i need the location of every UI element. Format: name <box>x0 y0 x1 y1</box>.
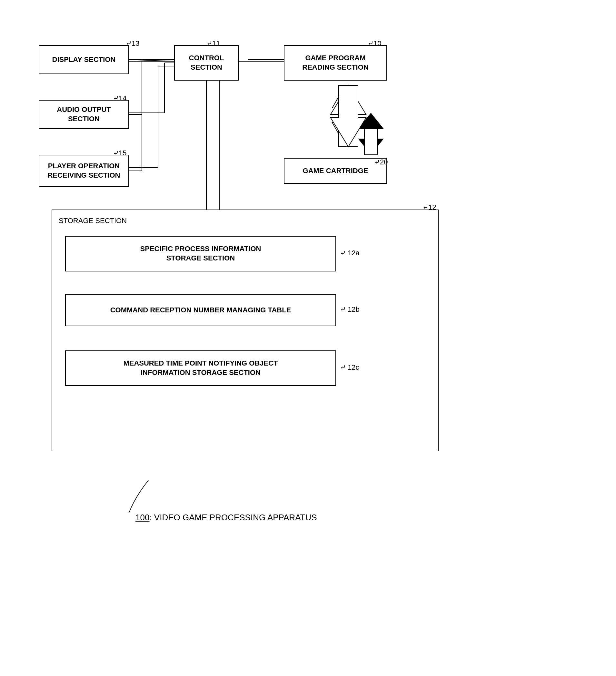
command-reception-ref: ⤶ 12b <box>340 305 360 314</box>
specific-process-label: SPECIFIC PROCESS INFORMATION STORAGE SEC… <box>140 244 261 263</box>
command-reception-label: COMMAND RECEPTION NUMBER MANAGING TABLE <box>110 305 291 315</box>
measured-time-label: MEASURED TIME POINT NOTIFYING OBJECT INF… <box>123 359 278 377</box>
apparatus-arrow <box>116 477 181 516</box>
measured-time-ref: ⤶ 12c <box>340 363 359 372</box>
storage-section-ref: ⤶12 <box>422 203 436 212</box>
game-cartridge-label: GAME CARTRIDGE <box>303 166 368 176</box>
game-program-ref: ⤶10 <box>368 39 381 48</box>
display-section-label: DISPLAY SECTION <box>52 55 116 64</box>
storage-section-outer: STORAGE SECTION SPECIFIC PROCESS INFORMA… <box>52 210 439 451</box>
display-section-ref: ⤶13 <box>126 39 139 48</box>
game-cartridge-box: GAME CARTRIDGE <box>284 158 387 184</box>
svg-line-15 <box>129 60 174 61</box>
specific-process-box: SPECIFIC PROCESS INFORMATION STORAGE SEC… <box>65 236 336 271</box>
game-cartridge-ref: ⤶20 <box>374 158 388 166</box>
player-operation-ref: ⤶15 <box>113 149 126 157</box>
specific-process-ref: ⤶ 12a <box>340 249 360 257</box>
storage-section-label: STORAGE SECTION <box>59 217 127 225</box>
audio-output-box: AUDIO OUTPUT SECTION <box>39 100 129 129</box>
display-section-box: DISPLAY SECTION <box>39 45 129 74</box>
apparatus-label: 100: VIDEO GAME PROCESSING APPARATUS <box>136 513 317 522</box>
player-operation-box: PLAYER OPERATION RECEIVING SECTION <box>39 155 129 187</box>
game-program-box: GAME PROGRAM READING SECTION <box>284 45 387 80</box>
audio-output-ref: ⤶14 <box>113 94 126 103</box>
player-operation-label: PLAYER OPERATION RECEIVING SECTION <box>48 162 120 180</box>
audio-output-label: AUDIO OUTPUT SECTION <box>43 105 125 123</box>
measured-time-box: MEASURED TIME POINT NOTIFYING OBJECT INF… <box>65 350 336 386</box>
control-section-ref: ⤶11 <box>206 39 220 48</box>
command-reception-box: COMMAND RECEPTION NUMBER MANAGING TABLE <box>65 294 336 326</box>
game-program-label: GAME PROGRAM READING SECTION <box>302 54 368 72</box>
control-section-box: CONTROL SECTION <box>174 45 239 80</box>
control-section-label: CONTROL SECTION <box>189 54 224 72</box>
double-arrow-svg <box>326 82 371 150</box>
